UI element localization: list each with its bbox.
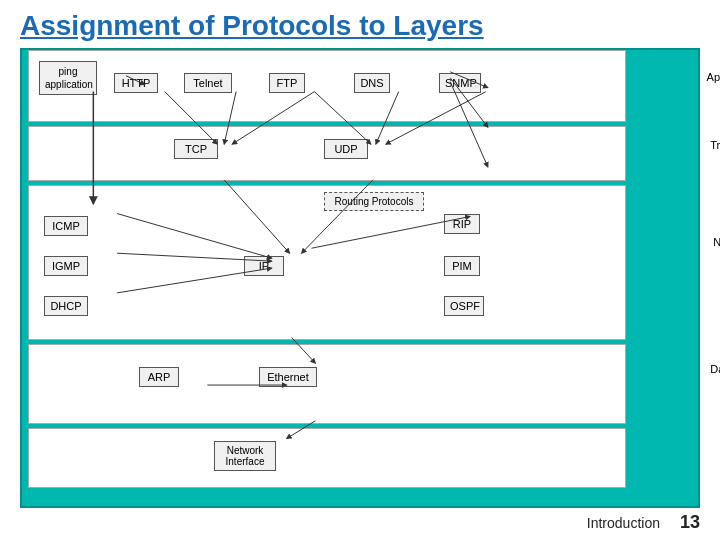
igmp-box: IGMP bbox=[44, 256, 88, 276]
routing-box: Routing Protocols bbox=[324, 192, 424, 211]
tcp-box: TCP bbox=[174, 139, 218, 159]
dns-box: DNS bbox=[354, 73, 390, 93]
diagram-container: pingapplication HTTP Telnet FTP DNS SNMP… bbox=[20, 48, 700, 508]
snmp-box: SNMP bbox=[439, 73, 481, 93]
ip-box: IP bbox=[244, 256, 284, 276]
footer-intro: Introduction bbox=[587, 515, 660, 531]
ftp-box: FTP bbox=[269, 73, 305, 93]
app-layer-label: ApplicationLayer bbox=[701, 70, 720, 99]
network-layer-label: NetworkLayer bbox=[701, 235, 720, 264]
ping-box: pingapplication bbox=[39, 61, 97, 95]
network-iface-box: NetworkInterface bbox=[214, 441, 276, 471]
datalink-layer-row: ARP Ethernet bbox=[28, 344, 626, 424]
physical-row: NetworkInterface bbox=[28, 428, 626, 488]
rip-box: RIP bbox=[444, 214, 480, 234]
arp-box: ARP bbox=[139, 367, 179, 387]
footer: Introduction 13 bbox=[0, 508, 720, 533]
network-layer-row: Routing Protocols ICMP RIP IGMP IP PIM D… bbox=[28, 185, 626, 340]
dhcp-box: DHCP bbox=[44, 296, 88, 316]
page-title: Assignment of Protocols to Layers bbox=[0, 0, 720, 48]
transport-layer-label: TransportLayer bbox=[701, 138, 720, 167]
pim-box: PIM bbox=[444, 256, 480, 276]
app-layer-row: pingapplication HTTP Telnet FTP DNS SNMP bbox=[28, 50, 626, 122]
icmp-box: ICMP bbox=[44, 216, 88, 236]
footer-page: 13 bbox=[680, 512, 700, 533]
ospf-box: OSPF bbox=[444, 296, 484, 316]
telnet-box: Telnet bbox=[184, 73, 232, 93]
datalink-layer-label: Data LinkLayer bbox=[701, 362, 720, 391]
udp-box: UDP bbox=[324, 139, 368, 159]
ethernet-box: Ethernet bbox=[259, 367, 317, 387]
http-box: HTTP bbox=[114, 73, 158, 93]
transport-layer-row: TCP UDP bbox=[28, 126, 626, 181]
